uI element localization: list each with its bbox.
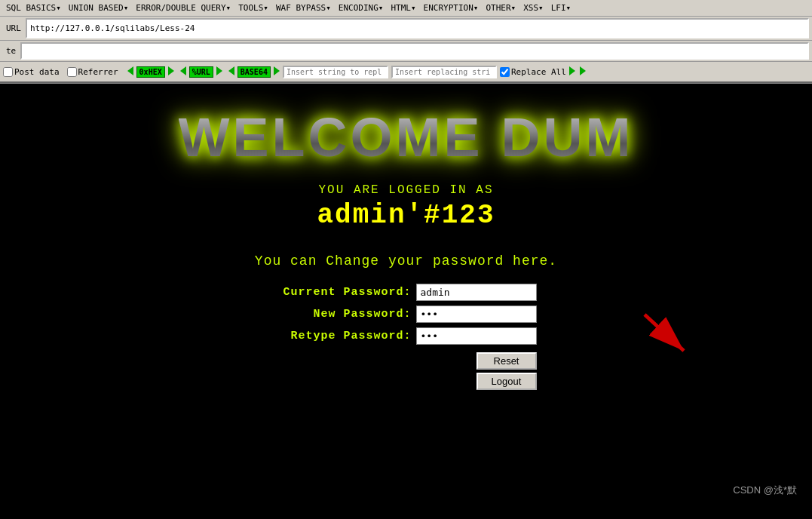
url-input[interactable] [26,18,809,38]
menu-encryption[interactable]: ENCRYPTION▾ [421,2,482,14]
menu-encoding[interactable]: ENCODING▾ [336,2,387,14]
te-input[interactable] [20,42,809,60]
new-password-label: New Password: [276,308,412,321]
new-password-input[interactable] [416,306,537,323]
password-change-form: Current Password: New Password: Retype P… [276,284,537,390]
svg-line-1 [645,315,684,351]
logout-button[interactable]: Logout [476,373,537,390]
csdn-watermark: CSDN @浅*默 [733,484,797,497]
welcome-title: WELCOME DUM [179,106,634,168]
replace-right-arrow [569,66,575,78]
menu-other[interactable]: OTHER▾ [483,2,519,14]
xurl-left-arrow [180,66,186,78]
new-password-row: New Password: [276,306,537,323]
insert-string-field[interactable] [283,66,388,78]
reset-button[interactable]: Reset [476,352,537,370]
current-password-label: Current Password: [276,286,412,299]
logged-in-label: YOU ARE LOGGED IN AS [318,183,493,197]
url-label: URL [3,18,24,38]
te-label: te [3,42,19,60]
hex-right-arrow [168,66,174,78]
menu-error-double-query[interactable]: ERROR/DOUBLE QUERY▾ [133,2,234,14]
menu-union-based[interactable]: UNION BASED▾ [66,2,131,14]
retype-password-label: Retype Password: [276,330,412,342]
base64-label: BASE64 [237,66,271,78]
username-display: admin'#123 [317,200,495,231]
xurl-right-arrow [216,66,222,78]
base64-right-arrow [274,66,280,78]
xurl-label: %URL [189,66,213,78]
menu-xss[interactable]: XSS▾ [520,2,547,14]
current-password-row: Current Password: [276,284,537,301]
menu-sql-basics[interactable]: SQL BASICS▾ [3,2,64,14]
menu-waf-bypass[interactable]: WAF BYPASS▾ [273,2,334,14]
replace-right-arrow2 [580,66,586,78]
form-buttons: Reset Logout [416,352,537,390]
retype-password-row: Retype Password: [276,327,537,345]
change-password-text: You can Change your password here. [255,253,557,269]
base64-left-arrow [228,66,234,78]
hex-label: 0xHEX [136,66,165,78]
replace-all-check[interactable] [500,67,510,77]
menu-lfi[interactable]: LFI▾ [548,2,575,14]
menu-tools[interactable]: TOOLS▾ [235,2,271,14]
replace-all-checkbox[interactable]: Replace All [500,67,566,77]
post-data-checkbox[interactable]: Post data [3,67,60,77]
insert-replacing-field[interactable] [391,66,497,78]
referrer-checkbox[interactable]: Referrer [67,67,118,77]
retype-password-input[interactable] [416,327,537,345]
arrow-indicator [639,302,699,363]
current-password-input[interactable] [416,284,537,301]
referrer-check[interactable] [67,67,77,77]
hex-left-arrow [127,66,133,78]
post-data-check[interactable] [3,67,13,77]
menu-html[interactable]: HTML▾ [388,2,418,14]
